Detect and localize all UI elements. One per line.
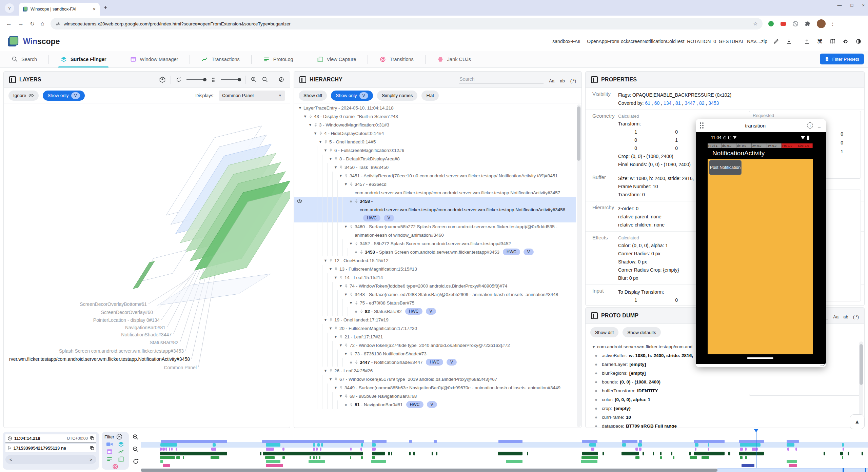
- hierarchy-scrollbar[interactable]: [577, 104, 581, 427]
- timeline-block[interactable]: [695, 443, 698, 447]
- timeline-scroll-thumb[interactable]: [141, 469, 717, 472]
- show-only-visible-chip[interactable]: Show onlyV: [43, 91, 85, 101]
- timeline-cursor[interactable]: [756, 430, 756, 468]
- timeline-block[interactable]: [211, 456, 219, 459]
- timeline-block[interactable]: [673, 456, 674, 459]
- timeline-block[interactable]: [361, 443, 363, 447]
- timeline-block[interactable]: [638, 443, 642, 447]
- proto-field-row[interactable]: ●dataspace:BT709 sRGB Full range: [590, 422, 864, 428]
- timeline-block[interactable]: [350, 456, 351, 459]
- filter-presets-button[interactable]: Filter Presets: [820, 54, 864, 64]
- tab-view-capture[interactable]: View Capture: [305, 51, 368, 67]
- timeline-block[interactable]: [498, 440, 522, 443]
- window-maximize-icon[interactable]: □: [851, 3, 853, 8]
- hierarchy-tree-row[interactable]: ▼3448 - Surface(name=ed70f88 StatusBar)/…: [294, 290, 576, 299]
- match-word-icon[interactable]: ab: [560, 78, 565, 83]
- timeline-block[interactable]: [740, 443, 760, 447]
- pin-icon[interactable]: [314, 121, 319, 127]
- pin-icon[interactable]: [349, 180, 355, 186]
- docs-book-icon[interactable]: [829, 37, 837, 45]
- timeline-block[interactable]: [409, 452, 411, 455]
- timeline-block[interactable]: [160, 443, 177, 447]
- tab-close-icon[interactable]: ×: [92, 6, 96, 12]
- hierarchy-tree-row[interactable]: ●82 - StatusBar#82HWCV: [294, 307, 576, 316]
- timeline-block[interactable]: [740, 448, 743, 451]
- hierarchy-tree-row[interactable]: ▼21 - Leaf:17:17#21: [294, 333, 576, 341]
- hierarchy-tree-row[interactable]: ▼13 - FullscreenMagnification:15:15#13: [294, 265, 576, 273]
- displays-dropdown[interactable]: Common Panel▼: [219, 91, 285, 101]
- scroll-to-top-button[interactable]: ▲: [850, 414, 865, 429]
- timeline-block[interactable]: [635, 448, 638, 451]
- pin-icon[interactable]: [329, 316, 334, 322]
- expand-arrow-icon[interactable]: ▼: [332, 383, 339, 392]
- transition-preview-window[interactable]: transition i _ 11:04 i P: 0 / 1dX: 0.0dY…: [696, 119, 826, 367]
- expand-arrow-icon[interactable]: ▼: [307, 121, 314, 129]
- hierarchy-tree-row[interactable]: ▼3460 - Surface(name=58b272 Splash Scree…: [294, 222, 576, 239]
- hierarchy-tree-row[interactable]: ▼8 - DefaultTaskDisplayArea#8: [294, 155, 576, 163]
- regex-icon[interactable]: (.*): [853, 314, 859, 319]
- copy-icon[interactable]: [90, 446, 94, 450]
- zoom-range-tick[interactable]: [865, 468, 866, 472]
- timeline-block[interactable]: [842, 443, 844, 447]
- timeline-block[interactable]: [581, 460, 597, 463]
- timeline-block[interactable]: [160, 460, 163, 463]
- tab-jank-cujs[interactable]: Jank CUJs: [426, 51, 482, 67]
- timeline-block[interactable]: [589, 443, 596, 447]
- timeline-zoom-out-icon[interactable]: [132, 446, 139, 453]
- layer-link[interactable]: 81: [675, 100, 681, 106]
- timeline-scrollbar[interactable]: [141, 468, 868, 472]
- copy-icon[interactable]: [90, 436, 94, 440]
- timeline-block[interactable]: [372, 443, 376, 447]
- timeline-block[interactable]: [671, 452, 672, 455]
- cube-3d-icon[interactable]: [159, 76, 166, 83]
- layer-link[interactable]: 134: [664, 100, 671, 106]
- expand-arrow-icon[interactable]: ▼: [337, 341, 344, 350]
- pin-icon[interactable]: [354, 299, 360, 305]
- transactions-filter-icon[interactable]: [117, 449, 125, 455]
- layers-3d-view[interactable]: ScreenDecorOverlayBottom#61ScreenDecorOv…: [4, 104, 290, 428]
- hierarchy-tree-row[interactable]: ●3453 - Splash Screen com.android.server…: [294, 248, 576, 256]
- hierarchy-tree-row[interactable]: ▼75 - ed70f88 StatusBar#75: [294, 299, 576, 307]
- timeline-block[interactable]: [694, 440, 725, 443]
- timeline-block[interactable]: [309, 460, 324, 463]
- timeline-block[interactable]: [728, 452, 730, 455]
- timeline-block[interactable]: [603, 452, 604, 455]
- timeline-block[interactable]: [708, 443, 709, 447]
- hierarchy-tree-row[interactable]: ▼3449 - Surface(name=885b63e NavigationB…: [294, 383, 576, 392]
- expand-arrow-icon[interactable]: ▼: [302, 112, 309, 121]
- timeline-block[interactable]: [317, 443, 319, 447]
- timeline-block[interactable]: [622, 452, 639, 455]
- expand-arrow-icon[interactable]: ▼: [332, 333, 339, 341]
- hierarchy-tree-row[interactable]: ▼LayerTraceEntry - 2024-05-10, 11:04:14.…: [294, 104, 576, 112]
- pin-icon[interactable]: [339, 163, 344, 170]
- transition-window-titlebar[interactable]: transition i _: [696, 119, 826, 132]
- timeline-block[interactable]: [262, 440, 364, 443]
- timeline-block[interactable]: [635, 456, 640, 459]
- window-manager-filter-icon[interactable]: [105, 449, 114, 455]
- timeline-block[interactable]: [795, 448, 797, 451]
- browser-tab[interactable]: Winscope | sandbox-FAI ×: [19, 3, 100, 16]
- timeline-block[interactable]: [350, 448, 352, 451]
- expand-arrow-icon[interactable]: ▼: [297, 104, 303, 112]
- timeline-block[interactable]: [752, 448, 758, 451]
- ns-time-field[interactable]: ⚐ 1715339054217955113 ns: [5, 444, 96, 452]
- profile-avatar[interactable]: [817, 19, 826, 28]
- timeline-block[interactable]: [165, 448, 167, 451]
- timeline-block[interactable]: [316, 456, 317, 459]
- browser-menu-icon[interactable]: ⋮: [830, 21, 835, 27]
- view-capture-filter-icon[interactable]: [117, 456, 125, 462]
- timeline-block[interactable]: [388, 452, 390, 455]
- timeline-block[interactable]: [694, 452, 725, 455]
- timeline-block[interactable]: [372, 448, 376, 451]
- pin-icon[interactable]: [339, 383, 344, 390]
- dark-mode-icon[interactable]: [854, 37, 863, 45]
- timeline-block[interactable]: [183, 456, 184, 459]
- zoom-out-icon[interactable]: [262, 76, 268, 83]
- transitions-filter-icon[interactable]: [105, 464, 125, 470]
- chip-simplify-names[interactable]: Simplify names: [377, 91, 418, 101]
- hierarchy-tree-row[interactable]: ▼26 - Leaf:24:25#26: [294, 367, 576, 375]
- expand-arrow-icon[interactable]: ▼: [348, 299, 354, 307]
- expand-arrow-icon[interactable]: ▼: [332, 273, 339, 282]
- timeline-block[interactable]: [739, 440, 764, 443]
- timeline-block[interactable]: [506, 460, 522, 463]
